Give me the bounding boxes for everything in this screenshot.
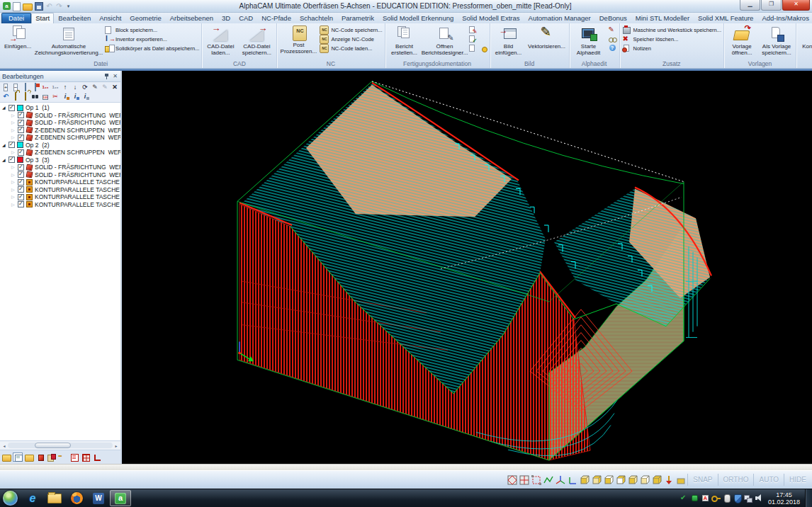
find-operation-icon[interactable] <box>31 93 40 101</box>
ribbon-tab[interactable]: CAD <box>235 13 257 23</box>
tree-row[interactable]: Z-EBENEN SCHRUPPEN WERKZEU <box>11 149 120 156</box>
axes-xyz-icon[interactable] <box>555 474 566 486</box>
view-cube-5-icon[interactable] <box>627 474 638 486</box>
bild-einfuegen-button[interactable]: Bild einfügen... <box>492 24 525 60</box>
tree-checkbox[interactable] <box>9 105 15 111</box>
taskbar-word-button[interactable]: W <box>88 490 109 506</box>
report-check-button[interactable] <box>468 35 487 43</box>
taskbar-explorer-button[interactable] <box>44 490 65 506</box>
tray-key-icon[interactable] <box>711 493 721 503</box>
view-cube-2-icon[interactable] <box>591 474 602 486</box>
tab-tool-library-icon[interactable] <box>47 452 57 462</box>
tree-item-label[interactable]: SOLID - FRÄSRICHTUNG WERKZE <box>35 112 120 119</box>
panel-horizontal-scrollbar[interactable]: ◂ ▸ <box>0 440 120 450</box>
tree-item-label[interactable]: KONTURPARALLELE TASCHE - SCH <box>35 186 120 193</box>
redo-icon[interactable]: ↷ <box>55 2 63 11</box>
view-cube-6-icon[interactable] <box>639 474 650 486</box>
move-down-icon[interactable]: ↓ <box>71 84 79 91</box>
view-front-icon[interactable] <box>519 474 530 486</box>
ribbon-tab[interactable]: Datei <box>1 13 31 23</box>
tree-checkbox[interactable] <box>18 112 24 118</box>
viewport-3d[interactable] <box>122 71 812 464</box>
tab-layers-icon[interactable] <box>24 452 34 462</box>
block-speichern-button[interactable]: Block speichern... <box>104 26 199 34</box>
tree-checkbox[interactable] <box>18 120 24 126</box>
axes-plane-icon[interactable] <box>567 474 578 486</box>
delete-operation-icon[interactable]: ✕ <box>111 84 119 91</box>
start-button[interactable] <box>3 491 18 506</box>
als-vorlage-speichern-button[interactable]: Als Vorlage speichern... <box>760 24 794 60</box>
tree-checkbox[interactable] <box>18 201 24 207</box>
ribbon-tab[interactable]: Bearbeiten <box>54 13 95 23</box>
taskbar-ie-button[interactable]: e <box>22 490 43 506</box>
status-toggle[interactable]: SNAP <box>687 474 717 486</box>
bericht-erstellen-button[interactable]: Bericht erstellen... <box>388 24 422 60</box>
starte-alphaedit-button[interactable]: Starte Alphaedit <box>572 24 606 60</box>
ribbon-tab[interactable]: NC-Pfade <box>257 13 295 23</box>
tree-row[interactable]: SOLID - FRÄSRICHTUNG WERKZE <box>11 164 120 171</box>
tree-row[interactable]: KONTURPARALLELE TASCHE - SCH <box>11 193 120 201</box>
tree-checkbox[interactable] <box>18 135 24 141</box>
tab-tools-icon[interactable] <box>35 452 45 462</box>
tray-acrobat-icon[interactable] <box>701 493 710 503</box>
tree-row[interactable]: KONTURPARALLELE TASCHE - SCH <box>11 178 120 186</box>
minimize-button[interactable]: ▁ <box>740 0 760 11</box>
reorder-icon[interactable]: ⟳ <box>81 84 89 91</box>
ribbon-tab[interactable]: 3D <box>218 13 235 23</box>
status-toggle[interactable]: HIDE <box>784 474 811 486</box>
ribbon-tab[interactable]: Solid XML Feature <box>694 13 757 23</box>
maschine-werkstueck-speichern-button[interactable]: Maschine und Werkstück speichern... <box>622 26 722 34</box>
tree-item-label[interactable]: Op 3 (3) <box>26 156 50 164</box>
close-button[interactable]: ✕ <box>782 0 810 11</box>
tab-parameters-icon[interactable] <box>58 452 68 462</box>
app-logo-icon[interactable]: a <box>3 2 11 10</box>
ribbon-tab[interactable]: DeBonus <box>595 13 631 23</box>
automatische-zeichnungskonvertierung-button[interactable]: Automatische Zeichnungskonvertierung... <box>35 24 102 60</box>
expand-all-icon[interactable]: + <box>1 84 10 91</box>
ribbon-tab[interactable]: Geometrie <box>125 13 165 23</box>
info-operation-icon[interactable]: i <box>71 93 79 101</box>
view-cube-4-icon[interactable] <box>615 474 626 486</box>
panel-close-icon[interactable]: ✕ <box>112 73 118 79</box>
tab-grid-icon[interactable] <box>81 452 91 462</box>
tree-checkbox[interactable] <box>18 194 24 200</box>
einfuegen-button[interactable]: Einfügen... <box>2 24 33 60</box>
measure-polyline-icon[interactable] <box>543 474 554 486</box>
ribbon-tab[interactable]: Solid Modell Erkennung <box>378 13 458 23</box>
info-settings-icon[interactable]: i <box>81 93 89 101</box>
tree-item-label[interactable]: Z-EBENEN SCHRUPPEN WERKZEU <box>35 149 120 156</box>
undo-operation-icon[interactable]: ↶ <box>1 93 10 101</box>
pin-icon[interactable] <box>104 73 110 80</box>
alphaedit-link-button[interactable] <box>608 35 617 43</box>
ribbon-tab[interactable]: Schachteln <box>295 13 337 23</box>
tree-checkbox[interactable] <box>18 186 24 193</box>
tray-status-icon[interactable] <box>680 493 689 503</box>
ribbon-tab[interactable]: Automation Manager <box>524 13 595 23</box>
report-edit-button[interactable] <box>468 26 487 34</box>
tree-checkbox[interactable] <box>18 127 24 133</box>
scroll-left-icon[interactable]: ◂ <box>1 443 8 448</box>
tree-row[interactable]: SOLID - FRÄSRICHTUNG WERKZE <box>11 119 120 127</box>
tray-volume-icon[interactable] <box>754 493 763 503</box>
report-options-button[interactable] <box>468 45 487 52</box>
status-toggle[interactable]: ORTHO <box>718 474 754 486</box>
view-cube-1-icon[interactable] <box>579 474 590 486</box>
post-prozessoren-button[interactable]: Post Prozessoren... <box>279 24 317 60</box>
alphaedit-help-button[interactable] <box>608 45 617 52</box>
work-plane-icon[interactable] <box>675 474 687 486</box>
tab-nc-window-icon[interactable] <box>69 452 79 462</box>
vektorisieren-button[interactable]: Vektorisieren... <box>527 24 567 60</box>
qat-dropdown-icon[interactable]: ▾ <box>65 2 72 11</box>
tree-item-label[interactable]: KONTURPARALLELE TASCHE - SCH <box>35 201 120 208</box>
speicher-loeschen-button[interactable]: Speicher löschen... <box>622 35 722 43</box>
undo-icon[interactable]: ↶ <box>45 2 53 11</box>
tree-row[interactable]: KONTURPARALLELE TASCHE - SCH <box>11 201 120 209</box>
inventor-exportieren-button[interactable]: Inventor exportieren... <box>104 35 199 43</box>
renumber-alt-icon[interactable]: 1₂₃ <box>51 84 60 91</box>
ribbon-tab[interactable]: Mini STL Modeller <box>631 13 694 23</box>
tree-item-label[interactable]: Z-EBENEN SCHRUPPEN WERKZEU <box>35 127 120 134</box>
tree-row[interactable]: SOLID - FRÄSRICHTUNG WERKZE <box>11 171 120 179</box>
lock-icon[interactable] <box>11 93 20 101</box>
z-axis-down-icon[interactable] <box>663 474 675 486</box>
edit-operation-icon[interactable]: ✎ <box>91 84 99 91</box>
